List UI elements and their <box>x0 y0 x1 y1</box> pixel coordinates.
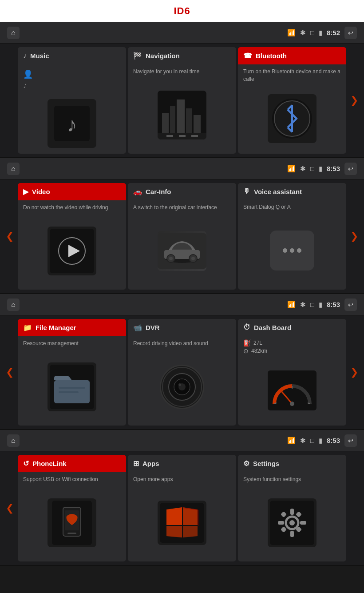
bluetooth-card-img <box>268 94 317 143</box>
wifi-icon-row3: 📶 <box>287 301 296 309</box>
card-filemanager-title: File Manager <box>36 324 76 331</box>
card-voice-header: 🎙 Voice assistant <box>238 183 346 200</box>
settings-svg <box>270 501 314 545</box>
dvr-card-img <box>160 365 204 409</box>
phonelink-header-icon: ↺ <box>23 459 29 468</box>
card-apps-header: ⊞ Apps <box>128 455 236 472</box>
card-voice[interactable]: 🎙 Voice assistant Smart Dialog Q or A <box>238 183 346 290</box>
back-btn-row1[interactable]: ↩ <box>344 27 357 39</box>
home-icon-row1[interactable]: ⌂ <box>7 27 20 39</box>
video-card-img <box>47 227 96 275</box>
filemanager-icon-area <box>23 350 121 424</box>
app-title: ID6 <box>0 0 364 22</box>
svg-marker-47 <box>166 526 182 537</box>
card-settings-body: System function settings <box>238 472 346 561</box>
svg-marker-45 <box>166 507 182 525</box>
home-icon-row4[interactable]: ⌂ <box>7 434 20 447</box>
music-icon-area: ♪ <box>23 95 121 152</box>
svg-rect-28 <box>59 391 79 393</box>
card-dashboard-body: ⛽ 27L ⊙ 482km <box>238 336 346 426</box>
card-music[interactable]: ♪ Music 👤 ♪ ♪ <box>18 47 126 154</box>
carinfo-header-icon: 🚗 <box>133 187 142 196</box>
video-description: Do not watch the video while driving <box>23 204 121 211</box>
card-dashboard[interactable]: ⏱ Dash Board ⛽ 27L ⊙ 482km <box>238 319 346 426</box>
row-3-header-left: ⌂ <box>7 298 20 311</box>
svg-rect-9 <box>166 135 173 137</box>
arrow-right-row3[interactable]: ❯ <box>346 366 362 378</box>
dashboard-gauge <box>268 370 317 410</box>
svg-rect-3 <box>162 113 169 135</box>
music-svg: ♪ <box>54 106 90 141</box>
arrow-right-row1[interactable]: ❯ <box>346 95 362 106</box>
home-icon-row3[interactable]: ⌂ <box>7 298 20 311</box>
card-settings[interactable]: ⚙ Settings System function settings <box>238 455 346 561</box>
card-filemanager-body: Resource management <box>18 336 126 426</box>
row-2-header-right: 📶 ✱ □ ▮ 8:53 ↩ <box>287 163 357 175</box>
back-btn-row4[interactable]: ↩ <box>344 434 357 447</box>
card-video-header: ▶ Video <box>18 183 126 200</box>
navigation-icon-area <box>133 78 231 152</box>
folder-svg <box>50 365 94 409</box>
phonelink-svg <box>52 501 92 545</box>
card-dvr-body: Record driving video and sound <box>128 336 236 426</box>
battery-icon-row2: ▮ <box>319 165 322 173</box>
card-navigation-body: Navigate for you in real time <box>128 64 236 154</box>
cards-grid-row3: 📁 File Manager Resource management <box>18 315 346 429</box>
row-2-header: ⌂ 📶 ✱ □ ▮ 8:53 ↩ <box>0 158 364 179</box>
settings-header-icon: ⚙ <box>243 459 249 468</box>
card-dashboard-header: ⏱ Dash Board <box>238 319 346 336</box>
time-row4: 8:53 <box>327 437 340 444</box>
filemanager-header-icon: 📁 <box>23 323 32 332</box>
video-svg <box>50 229 94 273</box>
time-row1: 8:52 <box>327 29 340 36</box>
arrow-left-row4[interactable]: ❮ <box>2 502 18 514</box>
row-3-header: ⌂ 📶 ✱ □ ▮ 8:53 ↩ <box>0 294 364 315</box>
row-1-header: ⌂ 📶 ✱ □ ▮ 8:52 ↩ <box>0 22 364 44</box>
svg-rect-7 <box>194 115 201 135</box>
card-filemanager[interactable]: 📁 File Manager Resource management <box>18 319 126 426</box>
arrow-right-row2[interactable]: ❯ <box>346 231 362 242</box>
chat-dot-1 <box>283 248 287 253</box>
card-phonelink[interactable]: ↺ PhoneLink Support USB or Wifi connecti… <box>18 455 126 561</box>
card-dvr[interactable]: 📹 DVR Record driving video and sound <box>128 319 236 426</box>
wifi-icon-row1: 📶 <box>287 29 296 37</box>
card-music-header: ♪ Music <box>18 47 126 64</box>
dashboard-info: ⛽ 27L ⊙ 482km <box>243 339 341 354</box>
svg-point-36 <box>290 402 294 406</box>
back-btn-row2[interactable]: ↩ <box>344 163 357 175</box>
cards-row2: ❮ ▶ Video Do not watch the video while d… <box>0 179 364 293</box>
bt-icon-row2: ✱ <box>300 165 306 173</box>
row-1: ⌂ 📶 ✱ □ ▮ 8:52 ↩ ❮ ♪ Music 👤 ♪ <box>0 22 364 158</box>
card-apps-body: Open more apps <box>128 472 236 561</box>
card-navigation[interactable]: 🏁 Navigation Navigate for you in real ti… <box>128 47 236 154</box>
arrow-left-row2[interactable]: ❮ <box>2 231 18 242</box>
card-voice-title: Voice assistant <box>254 188 302 195</box>
home-icon-row2[interactable]: ⌂ <box>7 163 20 175</box>
navigation-header-icon: 🏁 <box>133 52 142 60</box>
svg-rect-6 <box>186 108 192 135</box>
card-settings-title: Settings <box>253 460 279 467</box>
voice-card-img <box>270 231 314 271</box>
card-video[interactable]: ▶ Video Do not watch the video while dri… <box>18 183 126 290</box>
music-card-img: ♪ <box>47 99 96 148</box>
gauge-svg <box>268 370 317 410</box>
svg-rect-4 <box>170 106 175 135</box>
card-carinfo[interactable]: 🚗 Car-Info A switch to the original car … <box>128 183 236 290</box>
dvr-description: Record driving video and sound <box>133 340 231 347</box>
bluetooth-svg <box>272 99 312 139</box>
filemanager-card-img <box>47 362 96 411</box>
bt-icon-row3: ✱ <box>300 301 306 309</box>
card-apps[interactable]: ⊞ Apps Open more apps <box>128 455 236 561</box>
dashboard-distance-row: ⊙ 482km <box>243 347 341 354</box>
settings-card-img <box>268 498 317 547</box>
card-bluetooth[interactable]: ☎ Bluetooth Turn on the Bluetooth device… <box>238 47 346 154</box>
card-dvr-header: 📹 DVR <box>128 319 236 336</box>
back-btn-row3[interactable]: ↩ <box>344 298 357 311</box>
card-navigation-title: Navigation <box>146 52 180 60</box>
arrow-left-row3[interactable]: ❮ <box>2 366 18 378</box>
phonelink-icon-area <box>23 486 121 560</box>
card-carinfo-header: 🚗 Car-Info <box>128 183 236 200</box>
dvr-icon-area <box>133 350 231 424</box>
card-bluetooth-title: Bluetooth <box>256 52 287 60</box>
card-carinfo-body: A switch to the original car interface <box>128 200 236 290</box>
